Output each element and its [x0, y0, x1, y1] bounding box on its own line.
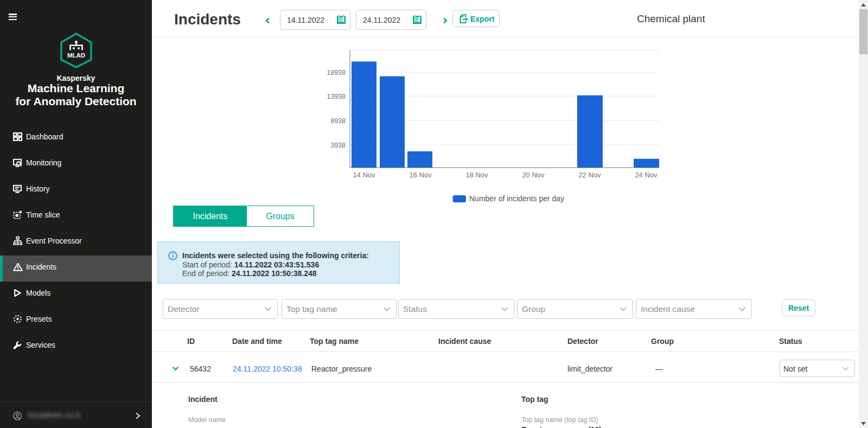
svg-text:16 Nov: 16 Nov	[409, 171, 432, 179]
svg-text:13938: 13938	[327, 93, 346, 100]
svg-text:Number of incidents per day: Number of incidents per day	[469, 194, 564, 203]
svg-text:20 Nov: 20 Nov	[522, 171, 545, 179]
svg-text:14 Nov: 14 Nov	[353, 171, 375, 179]
svg-text:8938: 8938	[330, 117, 346, 125]
svg-text:18 Nov: 18 Nov	[465, 171, 488, 179]
svg-text:3938: 3938	[330, 142, 346, 149]
svg-text:24 Nov: 24 Nov	[635, 171, 658, 179]
svg-text:MLAD: MLAD	[67, 52, 85, 59]
svg-text:22 Nov: 22 Nov	[578, 171, 601, 179]
svg-text:18938: 18938	[327, 69, 346, 76]
